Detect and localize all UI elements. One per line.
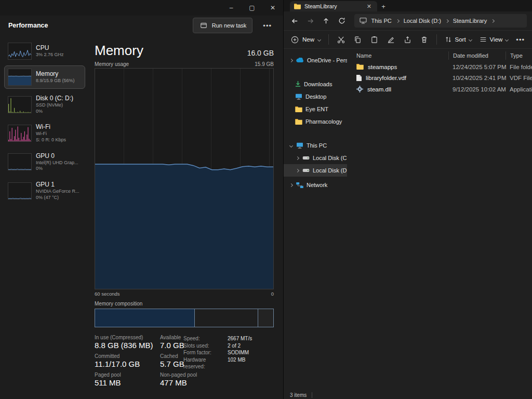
column-header-name[interactable]: Name <box>347 52 448 59</box>
chevron-down-icon <box>469 37 472 41</box>
page-title: Performance <box>8 22 48 29</box>
breadcrumb-steamlibrary[interactable]: SteamLibrary <box>453 18 487 24</box>
view-button[interactable]: View <box>480 36 509 43</box>
file-list: Name Date modified Type steamapps 12/24/… <box>347 49 532 391</box>
explorer-toolbar: New Sort <box>284 30 532 49</box>
download-icon <box>295 81 301 87</box>
file-row-libraryfolder-vdf[interactable]: libraryfolder.vdf 10/24/2025 2:41 PM VDF… <box>347 73 532 84</box>
sidebar-item-onedrive[interactable]: OneDrive - Persona <box>284 54 347 66</box>
toolbar-separator <box>328 34 329 45</box>
toolbar-more-button[interactable]: ••• <box>516 36 525 44</box>
memory-scale-max: 15.9 GB <box>255 61 274 67</box>
file-row-steam-dll[interactable]: steam.dll 9/12/2025 10:02 AM Application… <box>347 84 532 95</box>
sidebar-item-label: Local Disk (C:) <box>313 155 347 161</box>
stat-value: 8.8 GB (836 MB) <box>95 341 160 350</box>
wifi-label: Wi-Fi <box>36 123 66 131</box>
tab-close-icon[interactable]: ✕ <box>365 3 373 10</box>
sidebar-item-cpu[interactable]: CPU 3% 2.76 GHz <box>4 39 85 63</box>
cut-icon[interactable] <box>337 35 345 44</box>
gpu0-label: GPU 0 <box>36 152 78 160</box>
detail-label: Hardware reserved: <box>183 356 228 370</box>
delete-icon[interactable] <box>420 35 429 44</box>
file-type: VDF File <box>506 75 532 81</box>
memory-title: Memory <box>95 43 143 59</box>
sidebar-item-disk0[interactable]: Disk 0 (C: D:) SSD (NVMe) 0% <box>4 91 85 117</box>
sidebar-item-network[interactable]: Network <box>284 179 347 191</box>
wifi-type: Wi-Fi <box>36 131 66 137</box>
sidebar-item-local-disk-d[interactable]: Local Disk (D:) <box>284 164 347 177</box>
copy-icon[interactable] <box>353 35 362 44</box>
file-explorer-window: SteamLibrary ✕ + This PC Local Disk (D:)… <box>283 0 532 399</box>
breadcrumb-this-pc[interactable]: This PC <box>371 18 392 24</box>
detail-label: Slots used: <box>183 342 228 350</box>
close-button[interactable]: ✕ <box>262 0 283 16</box>
status-divider <box>312 392 312 398</box>
memory-detail-panel: Memory 16.0 GB Memory usage 15.9 GB 60 s… <box>88 35 283 399</box>
file-row-steamapps[interactable]: steamapps 12/24/2025 5:07 PM File folder <box>347 61 532 73</box>
tab-title: SteamLibrary <box>304 3 337 9</box>
performance-sidebar: CPU 3% 2.76 GHz Memory 8.9/15.9 GB (56%)… <box>0 35 88 399</box>
column-header-date-modified[interactable]: Date modified <box>448 51 506 60</box>
stat-value: 477 MB <box>160 378 243 387</box>
new-button[interactable]: New <box>291 36 321 44</box>
new-label: New <box>302 36 314 43</box>
minimize-button[interactable]: – <box>221 0 242 16</box>
tab-steamlibrary[interactable]: SteamLibrary ✕ <box>290 1 377 11</box>
breadcrumb-local-disk-d[interactable]: Local Disk (D:) <box>403 18 442 24</box>
sidebar-item-memory[interactable]: Memory 8.9/15.9 GB (56%) <box>4 65 85 89</box>
memory-composition-label: Memory composition <box>95 301 274 307</box>
memory-usage-chart <box>95 68 274 289</box>
paste-icon[interactable] <box>370 35 379 44</box>
disk-label: Disk 0 (C: D:) <box>36 95 73 102</box>
sidebar-item-pharmacology[interactable]: Pharmacology <box>284 115 347 128</box>
folder-icon <box>295 119 302 125</box>
chevron-right-icon <box>491 19 495 22</box>
file-icon <box>356 75 362 81</box>
chevron-right-icon <box>289 58 292 62</box>
sidebar-item-label: Downloads <box>304 81 332 87</box>
sidebar-item-desktop[interactable]: Desktop <box>284 90 347 103</box>
memory-hardware-details: Speed:2667 MT/s Slots used:2 of 2 Form f… <box>183 335 282 370</box>
status-bar: 3 items <box>284 391 532 399</box>
memory-stats: In use (Compressed) Available 8.8 GB (83… <box>95 335 274 391</box>
sort-button[interactable]: Sort <box>445 36 472 43</box>
address-bar[interactable]: This PC Local Disk (D:) SteamLibrary <box>354 14 527 28</box>
sidebar-item-downloads[interactable]: Downloads <box>284 78 347 90</box>
maximize-button[interactable]: ▢ <box>242 0 262 16</box>
folder-icon <box>294 4 301 9</box>
sidebar-item-gpu0[interactable]: GPU 0 Intel(R) UHD Grap... 0% <box>4 149 85 175</box>
rename-icon[interactable] <box>387 35 395 44</box>
disk-sparkline <box>8 96 32 113</box>
gpu1-sparkline <box>8 182 32 200</box>
more-options-button[interactable]: ••• <box>260 21 275 31</box>
sidebar-item-eye-ent[interactable]: Eye ENT <box>284 103 347 115</box>
task-manager-window: – ▢ ✕ Performance Run new task ••• CPU 3… <box>0 0 283 399</box>
sidebar-item-label: Network <box>307 182 327 188</box>
run-new-task-button[interactable]: Run new task <box>193 18 253 33</box>
desktop-icon <box>295 94 302 100</box>
detail-value: 102 MB <box>228 356 245 370</box>
sidebar-item-local-disk-c[interactable]: Local Disk (C:) <box>284 152 347 164</box>
back-icon[interactable] <box>289 14 301 28</box>
disk-stats: 0% <box>36 109 73 115</box>
cpu-sparkline <box>8 43 32 60</box>
this-pc-icon <box>296 142 303 149</box>
disk-icon <box>302 168 310 173</box>
sort-label: Sort <box>455 36 466 43</box>
sidebar-item-wifi[interactable]: Wi-Fi Wi-Fi S: 0 R: 0 Kbps <box>4 120 85 146</box>
disk-icon <box>302 155 310 161</box>
new-tab-button[interactable]: + <box>377 1 390 11</box>
explorer-sidebar: OneDrive - Persona Downloads Desktop Eye <box>284 49 347 391</box>
refresh-icon[interactable] <box>336 14 348 28</box>
sidebar-item-this-pc[interactable]: This PC <box>284 139 347 152</box>
forward-icon[interactable] <box>304 14 317 28</box>
up-icon[interactable] <box>320 14 332 28</box>
performance-header: Performance Run new task ••• <box>0 16 283 35</box>
column-header-type[interactable]: Type <box>506 51 532 60</box>
cloud-icon <box>296 58 304 63</box>
sort-icon <box>445 36 452 43</box>
cpu-label: CPU <box>36 44 64 52</box>
chart-time-left: 60 seconds <box>95 291 120 297</box>
share-icon[interactable] <box>403 35 412 44</box>
sidebar-item-gpu1[interactable]: GPU 1 NVIDIA GeForce R... 0% (47 °C) <box>4 178 85 204</box>
